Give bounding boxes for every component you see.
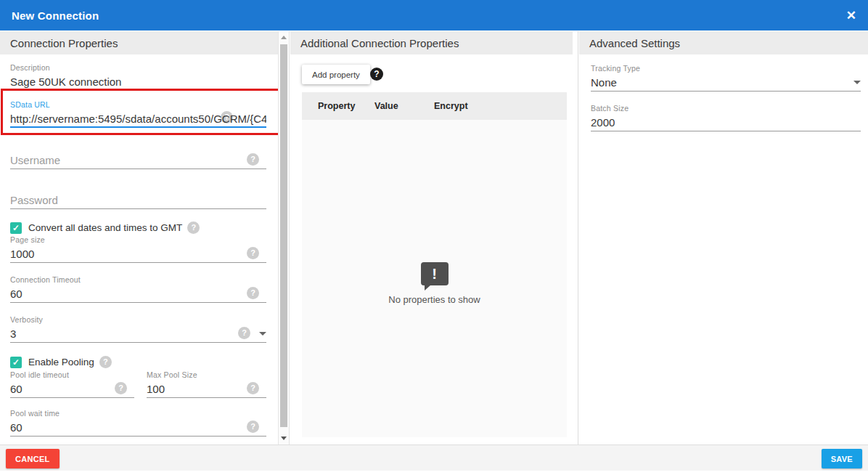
pool-idle-timeout-input[interactable] [10, 381, 134, 397]
pool-wait-time-label: Pool wait time [10, 409, 266, 419]
sdata-url-input[interactable] [10, 110, 266, 126]
properties-table-body: ! No properties to show [302, 120, 567, 437]
connection-timeout-label: Connection Timeout [10, 275, 266, 285]
close-icon[interactable]: ✕ [846, 9, 856, 22]
connection-timeout-line: ? [10, 285, 266, 303]
max-pool-size-input[interactable] [147, 381, 266, 397]
properties-table-header: Property Value Encrypt [302, 92, 567, 120]
tracking-type-field: Tracking Type [591, 64, 861, 92]
scrollbar-up-icon[interactable] [281, 36, 287, 39]
dialog-titlebar: New Connection ✕ [0, 0, 868, 31]
page-size-field: Page size ? [10, 235, 266, 263]
add-property-help-icon[interactable]: ? [370, 68, 383, 81]
enable-pooling-row: ✓ Enable Pooling ? [10, 356, 112, 368]
pool-idle-timeout-label: Pool idle timeout [10, 370, 134, 381]
verbosity-select[interactable] [10, 325, 266, 341]
empty-state-text: No properties to show [302, 294, 567, 305]
username-field: ? [10, 152, 266, 169]
tracking-type-label: Tracking Type [591, 64, 861, 74]
properties-table: Property Value Encrypt ! No properties t… [302, 92, 567, 437]
scrollbar-down-icon[interactable] [281, 437, 287, 440]
advanced-settings-header: Advanced Settings [579, 31, 868, 54]
empty-state: ! No properties to show [302, 262, 567, 305]
pool-idle-timeout-line: ? [10, 381, 134, 398]
description-input[interactable] [10, 73, 266, 89]
enable-pooling-label: Enable Pooling [28, 357, 94, 368]
enable-pooling-help-icon[interactable]: ? [99, 356, 112, 368]
max-pool-size-line: ? [147, 381, 266, 398]
password-line [10, 192, 266, 209]
password-field [10, 192, 266, 209]
column-header-value: Value [374, 101, 434, 111]
password-input[interactable] [10, 192, 266, 208]
dialog-footer: CANCEL SAVE [0, 444, 868, 471]
description-label: Description [10, 63, 266, 73]
verbosity-label: Verbosity [10, 315, 266, 325]
description-line [10, 73, 266, 91]
gmt-checkbox-label: Convert all dates and times to GMT [28, 222, 182, 233]
new-connection-dialog: New Connection ✕ Connection Properties D… [0, 0, 868, 475]
username-input[interactable] [10, 152, 266, 168]
alert-bubble-icon: ! [421, 262, 449, 285]
batch-size-field: Batch Size [591, 104, 861, 131]
batch-size-line [591, 114, 861, 131]
additional-properties-title: Additional Connection Properties [300, 37, 459, 49]
column-header-property: Property [302, 101, 374, 111]
advanced-settings-title: Advanced Settings [589, 37, 680, 49]
sdata-url-label: SData URL [10, 100, 266, 110]
gmt-checkbox[interactable]: ✓ [10, 222, 22, 234]
sdata-url-field: SData URL ? [10, 100, 266, 128]
pool-wait-time-input[interactable] [10, 419, 266, 435]
connection-timeout-field: Connection Timeout ? [10, 275, 266, 303]
verbosity-field: Verbosity ? [10, 315, 266, 343]
gmt-checkbox-row: ✓ Convert all dates and times to GMT ? [10, 222, 200, 234]
enable-pooling-checkbox[interactable]: ✓ [10, 357, 22, 368]
description-field: Description [10, 63, 266, 91]
page-size-line: ? [10, 245, 266, 263]
max-pool-size-field: Max Pool Size ? [147, 370, 266, 398]
dialog-title: New Connection [12, 9, 99, 22]
username-line: ? [10, 152, 266, 169]
additional-properties-header: Additional Connection Properties [290, 31, 573, 54]
save-button[interactable]: SAVE [822, 449, 862, 468]
pool-wait-time-line: ? [10, 419, 266, 437]
connection-properties-header: Connection Properties [0, 31, 289, 54]
connection-timeout-input[interactable] [10, 285, 266, 301]
max-pool-size-label: Max Pool Size [147, 370, 266, 381]
connection-properties-panel: Connection Properties Description SData … [0, 31, 290, 444]
column-header-encrypt: Encrypt [434, 101, 567, 111]
add-property-button[interactable]: Add property [302, 65, 370, 84]
tracking-type-line [591, 74, 861, 92]
gmt-help-icon[interactable]: ? [187, 222, 200, 234]
page-size-input[interactable] [10, 245, 266, 261]
tracking-type-select[interactable] [591, 74, 861, 90]
scrollbar-thumb[interactable] [280, 44, 287, 427]
batch-size-input[interactable] [591, 114, 861, 130]
page-size-label: Page size [10, 235, 266, 245]
advanced-settings-panel: Advanced Settings Tracking Type Batch Si… [579, 31, 868, 444]
pool-idle-timeout-field: Pool idle timeout ? [10, 370, 134, 398]
batch-size-label: Batch Size [591, 104, 861, 114]
pool-wait-time-field: Pool wait time ? [10, 409, 266, 437]
left-panel-scrollbar[interactable] [278, 31, 289, 444]
connection-properties-title: Connection Properties [10, 37, 118, 49]
cancel-button[interactable]: CANCEL [6, 449, 60, 468]
sdata-url-line: ? [10, 110, 266, 128]
verbosity-line: ? [10, 325, 266, 343]
additional-properties-panel: Additional Connection Properties Add pro… [290, 31, 578, 444]
